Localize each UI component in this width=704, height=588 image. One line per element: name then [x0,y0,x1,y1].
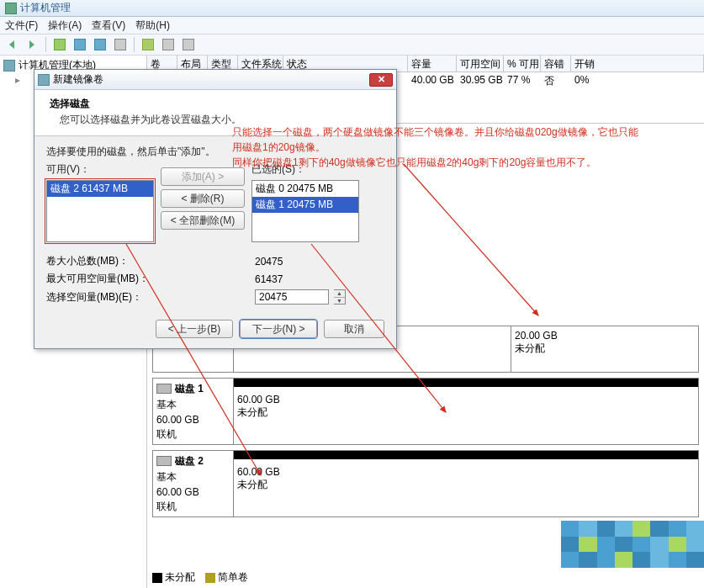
disk2-label: 磁盘 2 基本 60.00 GB 联机 [153,451,234,516]
window-title: 计算机管理 [20,1,71,15]
tool-btn-6[interactable] [160,36,177,53]
dialog-titlebar[interactable]: 新建镜像卷 ✕ [34,70,396,90]
disk1-row[interactable]: 磁盘 1 基本 60.00 GB 联机 60.00 GB 未分配 [152,378,699,445]
select-size-input[interactable]: 20475 [255,289,329,305]
select-size-label: 选择空间量(MB)(E)： [46,290,177,305]
total-value: 20475 [255,256,283,268]
legend-swatch-unalloc [152,573,162,583]
tool-btn-1[interactable] [51,36,68,53]
disk-icon [156,384,172,394]
dialog-title: 新建镜像卷 [53,72,103,87]
total-label: 卷大小总数(MB)： [46,254,177,268]
menu-file[interactable]: 文件(F) [5,19,38,32]
forward-button[interactable] [24,36,40,53]
remove-button[interactable]: < 删除(R) [161,189,245,208]
available-listbox[interactable]: 磁盘 2 61437 MB [46,180,154,242]
col-free[interactable]: 可用空间 [457,56,504,72]
cell-over: 0% [571,73,592,89]
max-value: 61437 [255,273,283,285]
available-label: 可用(V)： [46,162,154,177]
disk1-volume[interactable]: 60.00 GB 未分配 [234,379,698,444]
tool-btn-7[interactable] [180,36,197,53]
disk-select-lists: 可用(V)： 磁盘 2 61437 MB 添加(A) > < 删除(R) < 全… [46,162,384,242]
toolbar [0,34,704,56]
disk2-name: 磁盘 2 [175,454,204,469]
disk2-row[interactable]: 磁盘 2 基本 60.00 GB 联机 60.00 GB 未分配 [152,450,699,517]
tool-btn-5[interactable] [140,36,156,53]
legend-unalloc: 未分配 [165,571,195,583]
refresh-icon [142,39,154,50]
menubar: 文件(F) 操作(A) 查看(V) 帮助(H) [0,17,704,34]
cell-fault: 否 [541,73,571,89]
annotation-line2: 用磁盘1的20g镜像。 [232,140,701,155]
separator [45,37,46,52]
separator [134,37,135,52]
size-fields: 卷大小总数(MB)： 20475 最大可用空间量(MB)： 61437 选择空间… [46,254,384,305]
list-icon [74,39,86,50]
select-size-row: 选择空间量(MB)(E)： 20475 ▲▼ [46,289,384,305]
disk1-vol-size: 60.00 GB [237,394,695,405]
spin-up-icon[interactable]: ▲ [334,290,345,298]
cell-pct: 77 % [504,73,541,89]
back-button[interactable]: < 上一步(B) [156,320,233,338]
disk2-volume[interactable]: 60.00 GB 未分配 [234,451,698,516]
selected-item-disk0[interactable]: 磁盘 0 20475 MB [252,181,358,197]
available-group: 可用(V)： 磁盘 2 61437 MB [46,162,154,242]
max-row: 最大可用空间量(MB)： 61437 [46,272,384,286]
tool-btn-2[interactable] [71,36,88,53]
computer-icon [3,60,15,72]
arrow-right-icon [29,40,34,49]
selected-listbox[interactable]: 磁盘 0 20475 MB 磁盘 1 20475 MB [251,180,359,242]
annotation-text: 只能选择一个磁盘，两个硬盘做镜像不能三个镜像卷。并且你给磁盘020g做镜像，它也… [232,124,701,170]
cell-free: 30.95 GB [457,73,504,89]
props-icon [114,39,126,50]
total-row: 卷大小总数(MB)： 20475 [46,254,384,268]
menu-help[interactable]: 帮助(H) [135,19,170,32]
cell-cap: 40.00 GB [408,73,457,89]
close-button[interactable]: ✕ [369,73,393,87]
remove-all-button[interactable]: < 全部删除(M) [161,211,245,230]
disk1-status: 联机 [156,427,230,442]
disk0-vol2-size: 20.00 GB [515,330,695,342]
col-pct[interactable]: % 可用 [504,56,541,72]
disk0-vol2-state: 未分配 [515,342,695,356]
selected-group: 已选的(S)： 磁盘 0 20475 MB 磁盘 1 20475 MB [251,162,359,242]
window-titlebar: 计算机管理 [0,0,704,17]
expand-icon: ▸ [13,74,22,86]
menu-view[interactable]: 查看(V) [92,19,125,32]
next-button[interactable]: 下一步(N) > [240,320,317,338]
annotation-line3: 同样你把磁盘1剩下的40g做镜像它也只能用磁盘2的40g剩下的20g容量也用不了… [232,155,701,170]
spin-down-icon[interactable]: ▼ [334,298,345,305]
back-button[interactable] [3,36,20,53]
settings-icon [162,39,174,50]
folder-icon [54,39,66,50]
dialog-icon [38,74,50,86]
new-mirror-volume-dialog: 新建镜像卷 ✕ 选择磁盘 您可以选择磁盘并为此卷设置磁盘大小。 选择要使用的磁盘… [34,69,397,349]
disk2-status: 联机 [156,500,230,514]
spin-control[interactable]: ▲▼ [334,289,346,305]
legend-simple: 简单卷 [218,571,248,583]
menu-action[interactable]: 操作(A) [48,19,82,32]
more-icon [183,39,194,50]
disk2-size: 60.00 GB [156,486,230,498]
app-icon [5,3,17,14]
max-label: 最大可用空间量(MB)： [46,272,177,286]
col-over[interactable]: 开销 [571,56,704,72]
disk1-name: 磁盘 1 [175,382,204,396]
cancel-button[interactable]: 取消 [324,320,384,338]
col-cap[interactable]: 容量 [408,56,457,72]
tool-btn-3[interactable] [92,36,109,53]
available-item-disk2[interactable]: 磁盘 2 61437 MB [47,181,153,197]
annotation-line1: 只能选择一个磁盘，两个硬盘做镜像不能三个镜像卷。并且你给磁盘020g做镜像，它也… [232,124,701,140]
col-fault[interactable]: 容错 [541,56,571,72]
dialog-heading: 选择磁盘 [50,98,90,109]
tool-btn-4[interactable] [112,36,129,53]
selected-item-disk1[interactable]: 磁盘 1 20475 MB [252,197,358,213]
stripe-black [234,379,698,387]
disk2-vol-state: 未分配 [237,478,695,492]
disk2-type: 基本 [156,470,230,485]
disk0-vol2[interactable]: 20.00 GB 未分配 [511,326,698,372]
arrow-left-icon [9,40,14,49]
add-button[interactable]: 添加(A) > [161,167,245,186]
disk1-vol-state: 未分配 [237,405,695,420]
